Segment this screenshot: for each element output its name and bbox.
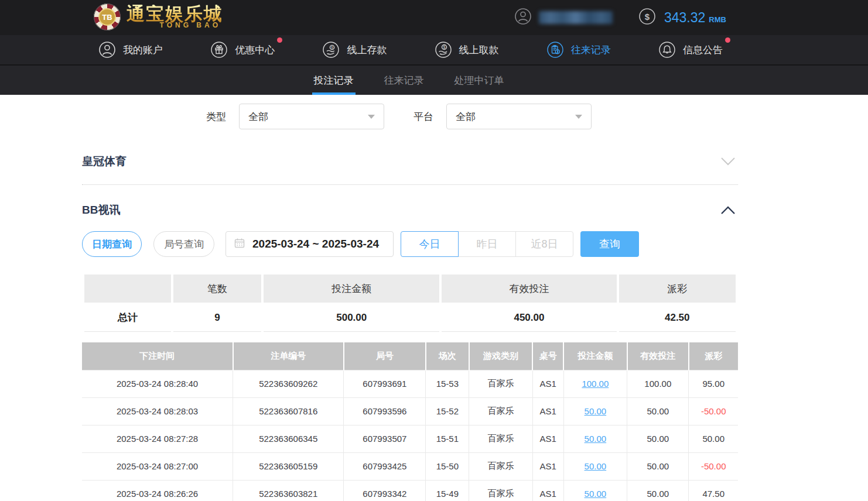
summary-header-row: 笔数 投注金额 有效投注 派彩 (84, 274, 736, 303)
username-blurred (539, 11, 613, 24)
cell-round: 607993507 (344, 425, 426, 452)
cell-table-no: AS1 (532, 425, 563, 452)
main-nav: 我的账户 优惠中心 $ 线上存款 (0, 35, 868, 66)
cell-bet-time: 2025-03-24 08:27:28 (82, 425, 233, 452)
type-select-value: 全部 (248, 110, 268, 123)
cell-bet-id: 522363603821 (233, 480, 344, 501)
table-row: 2025-03-24 08:28:03 522363607816 6079935… (82, 397, 738, 425)
summary-header-valid-bet: 有效投注 (442, 274, 616, 303)
filter-row: 类型 全部 平台 全部 (82, 104, 738, 129)
col-round: 局号 (344, 342, 426, 370)
balance-text: 343.32 RMB (664, 10, 726, 26)
section-bb-live[interactable]: BB视讯 (82, 203, 738, 218)
cell-round: 607993691 (344, 370, 426, 397)
summary-valid-bet-value: 450.00 (442, 304, 616, 332)
nav-label: 线上取款 (459, 43, 499, 57)
cell-game-type: 百家乐 (469, 370, 533, 397)
nav-label: 我的账户 (123, 43, 163, 57)
bet-amount-link[interactable]: 50.00 (585, 461, 607, 471)
chevron-down-icon[interactable] (720, 157, 738, 166)
withdraw-icon: $ (435, 41, 452, 59)
summary-total-row: 总计 9 500.00 450.00 42.50 (84, 304, 736, 332)
cell-session: 15-51 (426, 425, 469, 452)
user-icon (514, 8, 532, 28)
poker-chip-icon: TB (94, 4, 121, 30)
cell-bet-id: 522363607816 (233, 397, 344, 425)
nav-item-announcements[interactable]: 信息公告 (658, 41, 723, 59)
cell-session: 15-52 (426, 397, 469, 425)
cell-session: 15-50 (426, 452, 469, 480)
cell-bet-amount: 50.00 (563, 425, 627, 452)
bet-amount-link[interactable]: 50.00 (585, 489, 607, 499)
bet-records-table: 下注时间 注单编号 局号 场次 游戏类别 桌号 投注金额 有效投注 派彩 202… (82, 342, 738, 501)
summary-total-label: 总计 (84, 304, 171, 332)
cell-round: 607993342 (344, 480, 426, 501)
nav-item-promotions[interactable]: 优惠中心 (210, 41, 275, 59)
col-table-no: 桌号 (532, 342, 563, 370)
record-tabs: 投注记录 往来记录 处理中订单 (0, 66, 868, 95)
date-range-input[interactable]: 2025-03-24 ~ 2025-03-24 (225, 231, 394, 257)
cell-bet-id: 522363606345 (233, 425, 344, 452)
cell-bet-time: 2025-03-24 08:28:03 (82, 397, 233, 425)
logo-subtitle: TONG BAO (127, 21, 223, 29)
brand-logo[interactable]: TB 通宝娱乐城 TONG BAO (94, 4, 223, 30)
type-label: 类型 (206, 110, 226, 123)
tab-label: 处理中订单 (454, 74, 504, 87)
nav-item-deposit[interactable]: $ 线上存款 (322, 41, 387, 59)
date-range-value: 2025-03-24 ~ 2025-03-24 (252, 238, 379, 250)
cell-payout: 47.50 (689, 480, 738, 501)
cell-bet-time: 2025-03-24 08:27:00 (82, 452, 233, 480)
chevron-up-icon[interactable] (720, 205, 738, 215)
summary-bet-amount-value: 500.00 (264, 304, 439, 332)
col-bet-time: 下注时间 (82, 342, 233, 370)
nav-item-withdraw[interactable]: $ 线上取款 (435, 41, 499, 59)
tab-bet-records[interactable]: 投注记录 (312, 66, 356, 95)
balance-value: 343.32 (664, 10, 705, 26)
section-crown-sports[interactable]: 皇冠体育 (82, 154, 738, 185)
date-query-button[interactable]: 日期查询 (82, 231, 142, 257)
yesterday-button[interactable]: 昨日 (458, 231, 516, 257)
calendar-icon (234, 237, 245, 252)
col-payout: 派彩 (689, 342, 738, 370)
cell-session: 15-49 (426, 480, 469, 501)
user-area[interactable] (514, 0, 613, 35)
bet-amount-link[interactable]: 50.00 (585, 406, 607, 416)
balance-area[interactable]: $ 343.32 RMB (638, 0, 726, 35)
nav-label: 线上存款 (347, 43, 387, 57)
logo-words: 通宝娱乐城 TONG BAO (127, 5, 223, 30)
quick-range-group: 今日 昨日 近8日 (401, 231, 573, 257)
nav-item-my-account[interactable]: 我的账户 (98, 41, 163, 59)
chevron-down-icon (575, 115, 582, 119)
summary-header-payout: 派彩 (619, 274, 736, 303)
col-bet-id: 注单编号 (233, 342, 344, 370)
bet-amount-link[interactable]: 50.00 (585, 434, 607, 444)
summary-header-count: 笔数 (173, 274, 261, 303)
nav-label: 信息公告 (683, 43, 723, 57)
type-select[interactable]: 全部 (239, 104, 384, 129)
search-button[interactable]: 查询 (580, 231, 639, 257)
today-button[interactable]: 今日 (401, 231, 459, 257)
last-8-days-button[interactable]: 近8日 (515, 231, 573, 257)
cell-bet-amount: 100.00 (563, 370, 627, 397)
tab-pending-orders[interactable]: 处理中订单 (453, 66, 506, 95)
user-icon (98, 41, 116, 59)
tab-transaction-records[interactable]: 往来记录 (382, 66, 426, 95)
tab-label: 投注记录 (314, 74, 354, 87)
nav-item-transaction-records[interactable]: 往来记录 (546, 41, 611, 59)
query-controls: 日期查询 局号查询 2025-03-24 ~ 2025-03-24 今日 昨日 … (82, 231, 738, 257)
round-query-button[interactable]: 局号查询 (153, 231, 214, 257)
chevron-down-icon (368, 115, 375, 119)
cell-bet-id: 522363605159 (233, 452, 344, 480)
svg-text:$: $ (645, 12, 650, 22)
records-icon (546, 41, 564, 59)
cell-bet-amount: 50.00 (563, 452, 627, 480)
platform-select-value: 全部 (456, 110, 476, 123)
top-bar: TB 通宝娱乐城 TONG BAO $ 343.32 RMB (0, 0, 868, 35)
bet-amount-link[interactable]: 100.00 (582, 379, 609, 389)
cell-session: 15-53 (426, 370, 469, 397)
col-session: 场次 (426, 342, 469, 370)
cell-game-type: 百家乐 (469, 397, 533, 425)
platform-select[interactable]: 全部 (446, 104, 592, 129)
summary-table: 笔数 投注金额 有效投注 派彩 总计 9 500.00 450.00 42.50 (82, 273, 738, 333)
section-title: 皇冠体育 (82, 154, 127, 169)
